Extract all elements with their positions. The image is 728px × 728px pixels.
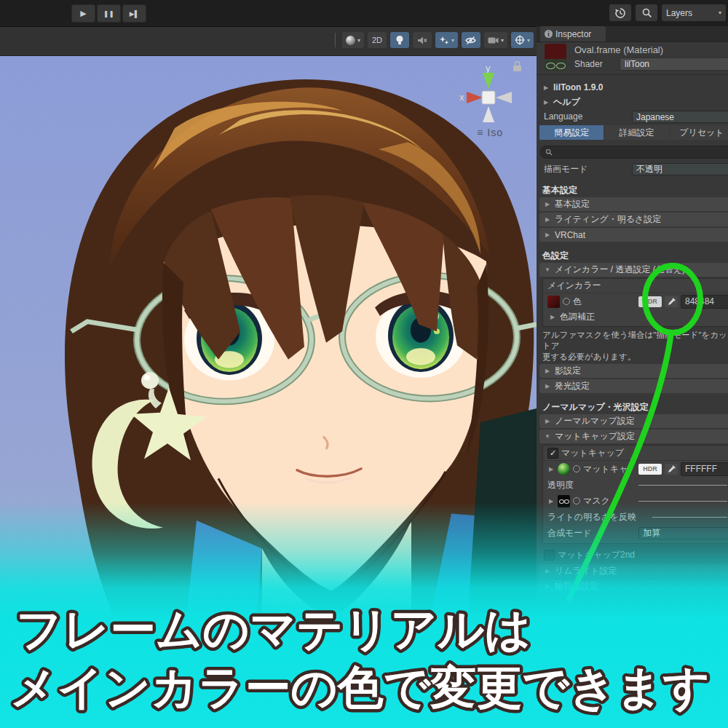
- tab-simple-settings[interactable]: 簡易設定: [539, 125, 604, 140]
- shading-mode-button[interactable]: ▾: [342, 32, 364, 48]
- foldout-arrow-icon: ▼: [544, 266, 551, 273]
- foldout-tone-correction[interactable]: ▶ 色調補正: [543, 309, 728, 324]
- gizmo-y-axis[interactable]: [483, 73, 494, 89]
- shader-dropdown[interactable]: lilToon ▾: [620, 58, 728, 71]
- collab-history-button[interactable]: [609, 4, 631, 21]
- material-header: Oval.frame (Material) Shader lilToon ▾: [537, 41, 728, 75]
- effects-toggle-button[interactable]: ▾: [435, 32, 458, 48]
- matcap2nd-label: マットキャップ2nd: [558, 549, 635, 561]
- main-color-group: メインカラー 色 HDR 848484 ▶: [542, 278, 728, 327]
- foldout-rimlight-settings[interactable]: ▶ リムライト設定: [539, 564, 728, 578]
- audio-muted-icon: [417, 36, 427, 45]
- info-icon: i: [545, 30, 553, 38]
- lock-icon[interactable]: [513, 62, 521, 72]
- foldout-label: 色調補正: [560, 311, 595, 323]
- playback-controls: ▶ ❚❚ ▶▌: [71, 4, 146, 23]
- foldout-matcap-settings[interactable]: ▼ マットキャップ設定: [539, 430, 728, 443]
- matcap-checkbox[interactable]: ✓: [547, 448, 558, 459]
- 2d-toggle-button[interactable]: 2D: [368, 32, 387, 48]
- iso-projection-label[interactable]: ≡ Iso: [477, 127, 503, 138]
- blend-mode-dropdown[interactable]: 加算: [638, 527, 728, 539]
- tab-presets[interactable]: プリセット: [670, 125, 728, 140]
- foldout-arrow-icon: ▶: [549, 314, 556, 320]
- object-picker-icon: [573, 497, 580, 505]
- rendering-mode-dropdown[interactable]: 不透明: [632, 163, 728, 175]
- color-texture-thumbnail[interactable]: [547, 296, 560, 308]
- shaded-sphere-icon: [346, 36, 355, 45]
- matcap-enable-row: ✓ マットキャップ: [543, 446, 728, 461]
- light-reflect-row: ライトの明るさを反映: [543, 509, 728, 525]
- material-preview-thumbnail[interactable]: [545, 44, 566, 71]
- hidden-objects-toggle-button[interactable]: [462, 32, 480, 48]
- alpha-mask-note: アルファマスクを使う場合は"描画モード"をカットア 更する必要があります。: [542, 330, 728, 363]
- language-row: Language Japanese: [537, 109, 728, 124]
- foldout-base-settings[interactable]: ▶ 基本設定: [539, 197, 728, 211]
- foldout-normalmap-settings[interactable]: ▶ ノーマルマップ設定: [539, 414, 728, 428]
- foldout-label: リムライト設定: [555, 565, 617, 577]
- inspector-tab-strip: i Inspector: [537, 26, 728, 42]
- opacity-slider[interactable]: [638, 485, 727, 486]
- object-picker-icon: [563, 298, 570, 305]
- note-line1: アルファマスクを使う場合は"描画モード"をカットア: [542, 331, 727, 350]
- gizmo-center-cube[interactable]: [482, 91, 495, 104]
- foldout-arrow-icon: ▶: [544, 568, 551, 574]
- scene-view-toolbar: ▾ 2D ▾: [0, 26, 537, 56]
- foldout-arrow-icon: ▶: [547, 498, 555, 505]
- tab-inspector[interactable]: i Inspector: [540, 26, 606, 41]
- matcap-sphere-thumbnail[interactable]: [558, 463, 570, 475]
- foldout-label: 発光設定: [555, 380, 590, 392]
- color-hex-field[interactable]: 848484: [681, 295, 728, 309]
- language-dropdown[interactable]: Japanese: [632, 111, 728, 123]
- mask-texture-thumbnail[interactable]: [558, 495, 570, 507]
- settings-tabs: 簡易設定 詳細設定 プリセット: [539, 125, 728, 140]
- matcap-checkbox-label: マットキャップ: [561, 447, 624, 459]
- mask-slider[interactable]: [638, 501, 727, 502]
- foldout-main-color[interactable]: ▼ メインカラー / 透過設定 (色替え): [539, 263, 728, 277]
- thumb-lens-left: [546, 63, 555, 69]
- foldout-label: ライティング・明るさ設定: [555, 213, 661, 226]
- foldout-vrchat[interactable]: ▶ VRChat: [539, 228, 728, 242]
- gizmos-toggle-button[interactable]: ▾: [511, 32, 534, 48]
- note-line2: 更する必要があります。: [542, 352, 636, 361]
- layers-dropdown[interactable]: Layers ▾: [662, 4, 726, 21]
- hdr-color-button[interactable]: HDR: [638, 296, 662, 307]
- shader-value: lilToon: [625, 59, 649, 69]
- chevron-down-icon: ▾: [501, 37, 504, 44]
- step-button[interactable]: ▶▌: [122, 4, 146, 23]
- pause-button[interactable]: ❚❚: [97, 4, 121, 23]
- matcap-hex-field[interactable]: FFFFFF: [681, 462, 728, 476]
- gizmo-axis-down[interactable]: [483, 106, 494, 122]
- camera-settings-button[interactable]: ▾: [484, 32, 507, 48]
- gizmo-z-axis[interactable]: [496, 92, 512, 103]
- eyedropper-button[interactable]: [665, 296, 678, 307]
- blend-mode-label: 合成モード: [547, 527, 592, 539]
- search-button[interactable]: [636, 4, 657, 21]
- audio-toggle-button[interactable]: [413, 32, 432, 48]
- light-reflect-slider[interactable]: [652, 517, 727, 518]
- foldout-shadow-settings[interactable]: ▶ 影設定: [539, 364, 728, 378]
- play-button[interactable]: ▶: [71, 4, 95, 23]
- foldout-label: 影設定: [555, 365, 581, 377]
- tab-advanced-settings[interactable]: 詳細設定: [604, 125, 668, 140]
- foldout-outline-settings[interactable]: ▶ 輪郭線設定: [539, 579, 728, 593]
- eyedropper-button[interactable]: [665, 464, 678, 475]
- matcap2nd-checkbox[interactable]: [544, 550, 555, 561]
- property-search-input[interactable]: [540, 146, 728, 159]
- gizmo-x-label: x: [459, 92, 464, 103]
- 2d-label: 2D: [372, 36, 382, 44]
- thumb-lens-right: [556, 63, 566, 69]
- shader-label: Shader: [574, 59, 603, 69]
- version-label: lilToon 1.9.0: [553, 82, 603, 92]
- matcap-opacity-row: 透明度: [543, 477, 728, 493]
- foldout-lighting-settings[interactable]: ▶ ライティング・明るさ設定: [539, 213, 728, 226]
- foldout-label: メインカラー / 透過設定 (色替え): [555, 264, 685, 276]
- foldout-emission-settings[interactable]: ▶ 発光設定: [539, 379, 728, 393]
- gizmo-x-axis[interactable]: [467, 92, 483, 103]
- scene-viewport[interactable]: [0, 55, 537, 728]
- foldout-label: マットキャップ設定: [555, 430, 635, 443]
- help-foldout[interactable]: ▶ ヘルプ: [537, 95, 728, 109]
- liltoon-version-foldout[interactable]: ▶ lilToon 1.9.0: [537, 80, 728, 95]
- lighting-toggle-button[interactable]: [390, 32, 409, 48]
- hdr-color-button[interactable]: HDR: [638, 464, 662, 475]
- play-icon: ▶: [80, 9, 86, 18]
